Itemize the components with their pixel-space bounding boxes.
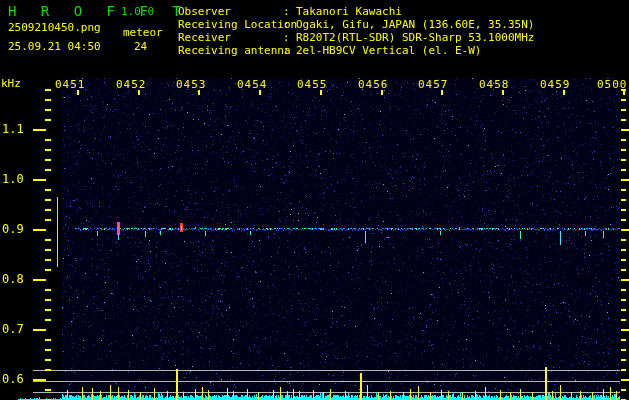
time-tick <box>623 90 625 95</box>
freq-minor-tick-left <box>45 359 51 361</box>
info-label-2: Receiver <box>178 31 231 44</box>
freq-minor-tick-right <box>621 259 626 261</box>
freq-major-tick-right <box>621 129 629 131</box>
freq-minor-tick-left <box>45 199 51 201</box>
freq-minor-tick-left <box>45 139 51 141</box>
time-tick <box>138 90 140 95</box>
freq-label-1.0: 1.0 <box>2 172 32 186</box>
freq-minor-tick-left <box>45 389 51 391</box>
freq-minor-tick-right <box>621 249 626 251</box>
freq-minor-tick-left <box>45 159 51 161</box>
spectrogram-canvas <box>0 0 629 400</box>
time-tick <box>563 90 565 95</box>
freq-major-tick-left <box>33 329 46 331</box>
freq-minor-tick-right <box>621 209 626 211</box>
freq-minor-tick-right <box>621 349 626 351</box>
freq-major-tick-right <box>621 279 629 281</box>
freq-minor-tick-right <box>621 109 626 111</box>
freq-label-0.6: 0.6 <box>2 372 32 386</box>
info-separator-2: : <box>283 31 290 44</box>
freq-minor-tick-left <box>45 259 51 261</box>
freq-major-tick-right <box>621 229 629 231</box>
freq-minor-tick-right <box>621 239 626 241</box>
time-label-0453: 0453 <box>176 78 207 91</box>
info-value-2: R820T2(RTL-SDR) SDR-Sharp 53.1000MHz <box>296 31 534 44</box>
info-label-1: Receiving Location <box>178 18 297 31</box>
freq-minor-tick-right <box>621 269 626 271</box>
freq-minor-tick-right <box>621 169 626 171</box>
time-tick <box>381 90 383 95</box>
freq-minor-tick-left <box>45 99 51 101</box>
freq-major-tick-left <box>33 229 46 231</box>
freq-minor-tick-left <box>45 149 51 151</box>
freq-minor-tick-right <box>621 289 626 291</box>
info-value-1: Ogaki, Gifu, JAPAN (136.60E, 35.35N) <box>296 18 534 31</box>
freq-minor-tick-left <box>45 249 51 251</box>
freq-minor-tick-right <box>621 319 626 321</box>
app-title: H R O F F T <box>8 3 189 19</box>
time-label-0454: 0454 <box>237 78 268 91</box>
freq-minor-tick-left <box>45 299 51 301</box>
freq-minor-tick-right <box>621 159 626 161</box>
freq-label-0.8: 0.8 <box>2 272 32 286</box>
freq-minor-tick-left <box>45 319 51 321</box>
time-label-0456: 0456 <box>358 78 389 91</box>
info-value-3: 2el-HB9CV Vertical (el. E-W) <box>296 44 481 57</box>
info-value-0: Takanori Kawachi <box>296 5 402 18</box>
freq-minor-tick-left <box>45 209 51 211</box>
info-separator-3: : <box>283 44 290 57</box>
time-tick <box>320 90 322 95</box>
freq-minor-tick-left <box>45 369 51 371</box>
echo-count: 24 <box>134 40 147 53</box>
time-tick <box>259 90 261 95</box>
time-label-0451: 0451 <box>55 78 86 91</box>
freq-minor-tick-right <box>621 189 626 191</box>
freq-label-0.7: 0.7 <box>2 322 32 336</box>
freq-minor-tick-right <box>621 139 626 141</box>
freq-major-tick-right <box>621 379 629 381</box>
freq-minor-tick-right <box>621 199 626 201</box>
freq-major-tick-right <box>621 179 629 181</box>
time-label-0452: 0452 <box>116 78 147 91</box>
freq-minor-tick-right <box>621 309 626 311</box>
freq-minor-tick-right <box>621 389 626 391</box>
freq-label-0.9: 0.9 <box>2 222 32 236</box>
time-label-0459: 0459 <box>540 78 571 91</box>
freq-minor-tick-right <box>621 219 626 221</box>
info-label-3: Receiving antenna <box>178 44 291 57</box>
time-tick <box>198 90 200 95</box>
freq-major-tick-left <box>33 179 46 181</box>
freq-unit-label: kHz <box>1 77 21 90</box>
freq-minor-tick-left <box>45 169 51 171</box>
freq-minor-tick-left <box>45 349 51 351</box>
time-label-0457: 0457 <box>418 78 449 91</box>
freq-minor-tick-left <box>45 119 51 121</box>
info-separator-1: : <box>283 18 290 31</box>
mode-label: meteor <box>123 26 163 39</box>
hrofft-window: H R O F F T 1.0.0 2509210450.png meteor … <box>0 0 629 400</box>
freq-major-tick-right <box>621 329 629 331</box>
freq-minor-tick-left <box>45 89 51 91</box>
freq-minor-tick-left <box>45 309 51 311</box>
time-label-0458: 0458 <box>479 78 510 91</box>
app-version: 1.0.0 <box>121 5 154 18</box>
freq-minor-tick-left <box>45 239 51 241</box>
time-tick <box>502 90 504 95</box>
observation-datetime: 25.09.21 04:50 <box>8 40 101 53</box>
freq-major-tick-left <box>33 379 46 381</box>
freq-minor-tick-left <box>45 339 51 341</box>
freq-minor-tick-left <box>45 289 51 291</box>
freq-minor-tick-right <box>621 369 626 371</box>
freq-minor-tick-right <box>621 359 626 361</box>
freq-minor-tick-right <box>621 149 626 151</box>
freq-minor-tick-left <box>45 189 51 191</box>
time-tick <box>77 90 79 95</box>
freq-label-1.1: 1.1 <box>2 122 32 136</box>
freq-major-tick-left <box>33 129 46 131</box>
info-label-0: Observer <box>178 5 231 18</box>
freq-minor-tick-left <box>45 109 51 111</box>
freq-minor-tick-left <box>45 219 51 221</box>
freq-minor-tick-left <box>45 269 51 271</box>
output-filename: 2509210450.png <box>8 21 101 34</box>
time-label-0455: 0455 <box>297 78 328 91</box>
